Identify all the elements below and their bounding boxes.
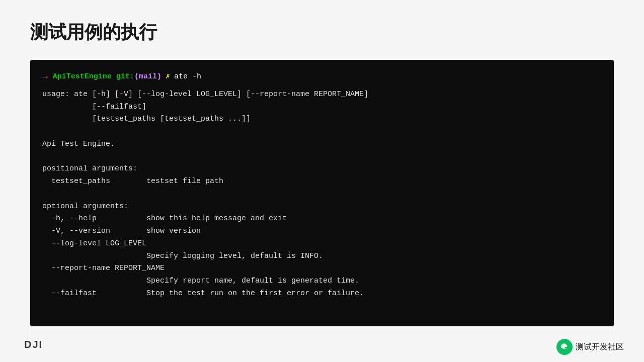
terminal-prompt-line: → ApiTestEngine git: (mail) ✗ ate -h <box>42 70 602 84</box>
page-title: 测试用例的执行 <box>30 20 614 45</box>
svg-point-5 <box>567 348 568 349</box>
svg-text:DJI: DJI <box>24 339 43 350</box>
page-container: 测试用例的执行 → ApiTestEngine git: (mail) ✗ at… <box>0 0 644 362</box>
svg-point-4 <box>566 348 567 349</box>
prompt-arrow: → <box>42 70 48 84</box>
wechat-icon <box>556 339 573 355</box>
watermark-text: 测试开发社区 <box>576 342 624 352</box>
prompt-git-label: git: <box>112 71 134 83</box>
terminal: → ApiTestEngine git: (mail) ✗ ate -h usa… <box>30 60 614 326</box>
terminal-output: usage: ate [-h] [-V] [--log-level LOG_LE… <box>42 88 602 300</box>
prompt-command: ate -h <box>174 71 201 83</box>
svg-point-3 <box>565 347 568 350</box>
dji-logo: DJI <box>24 338 49 353</box>
prompt-x-symbol: ✗ <box>166 71 170 83</box>
watermark: 测试开发社区 <box>556 339 624 355</box>
prompt-branch: (mail) <box>134 71 162 83</box>
prompt-directory: ApiTestEngine <box>53 71 112 83</box>
